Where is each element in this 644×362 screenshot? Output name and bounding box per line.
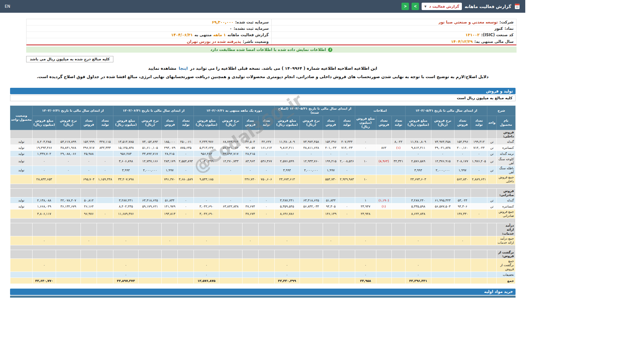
column-group-header: از ابتدای سال مالی تا تاریخ ۱۴۰۳/۰۶/۳۱ <box>33 106 113 116</box>
value-cell <box>162 278 178 284</box>
value-cell <box>81 130 97 139</box>
table-row-total: جمع برگشت از فروش۰۰۰۰۰۰ <box>10 259 516 272</box>
value-cell: ۸۷۵,۶۳۵ <box>178 145 194 151</box>
value-cell: ۷۱۴,۰۲۴ <box>471 145 487 151</box>
value-cell: ۳,۶۰۶,۸۹۸ <box>113 157 139 166</box>
value-cell: ۰ <box>56 166 81 175</box>
value-cell <box>258 272 274 278</box>
value-cell <box>471 197 487 203</box>
previous-version-link[interactable]: اینجا <box>179 66 188 71</box>
value-cell <box>454 130 471 139</box>
value-cell <box>219 223 242 236</box>
value-cell: ۱۶۱,۶۱۲ <box>258 145 274 151</box>
value-cell <box>431 259 454 272</box>
value-cell: ۰ <box>194 166 219 175</box>
value-cell <box>139 188 162 197</box>
table-row-data: کلوخه سنگ آهنتن۱,۹۷۶,۲۰۵۲۰۸,۱۷۷۱۲,۳۷۶,۹۱… <box>10 157 516 166</box>
previous-report-button[interactable]: < <box>401 3 409 10</box>
product-status-cell: تولید <box>10 145 33 151</box>
language-switch-en[interactable]: EN <box>5 4 10 9</box>
unit-cell <box>487 188 496 197</box>
unit-cell <box>487 278 496 284</box>
value-cell <box>242 223 258 236</box>
value-cell <box>219 278 242 284</box>
column-subheader: تعداد تولید <box>97 116 113 130</box>
value-cell: ۱,۹۹۷ <box>454 166 471 175</box>
value-cell <box>97 236 113 245</box>
page-title: گزارش فعالیت ماهانه <box>465 4 511 9</box>
value-cell: ۳۲,۵۰۴ <box>242 139 258 145</box>
report-type-dropdown[interactable]: گزارش فعالیت د ▼ <box>422 3 462 10</box>
value-cell: ۶۱,۹۹۵,۳۲۳ <box>431 197 454 203</box>
value-cell <box>258 259 274 272</box>
value-cell <box>300 188 323 197</box>
value-cell: ۴۸,۸۱۱,۶۲۸ <box>300 145 323 151</box>
value-cell: ۱۲,۲۷۰,۷۳۳ <box>219 157 242 166</box>
value-cell <box>33 188 56 197</box>
value-cell <box>391 209 405 219</box>
value-cell: ۰ <box>454 151 471 157</box>
value-cell: ۵۳,۰۲۴ <box>454 197 471 203</box>
value-cell: ۲۰۱,۰۲۲ <box>323 145 339 151</box>
value-cell <box>139 175 162 184</box>
company-row: شرکت: توسعه معدني و صنعتي صبا نور <box>271 19 516 25</box>
value-cell: ۰ <box>405 151 431 157</box>
value-cell: ۰ <box>33 236 56 245</box>
value-cell: ۸,۴۰۲,۲۳۵ <box>113 203 139 209</box>
value-cell: ۰ <box>339 203 355 209</box>
value-cell: ۱۹,۲۹۳,۴۶۶ <box>33 145 56 151</box>
value-cell <box>391 203 405 209</box>
value-cell: ۵۳,۶۱۷,۸۹۹ <box>56 139 81 145</box>
product-name-cell: جمع درآمد ارائه خدمات <box>496 236 515 245</box>
value-cell: ۹۴,۳۰۶ <box>454 203 471 209</box>
value-cell <box>471 272 487 278</box>
value-cell: ۴۲,۰۷۸,۴۰۷ <box>56 197 81 203</box>
table-row-data: کنسانترهتن۹۴,۳۰۶۵۶,۵۷۷,۵۰۳۵,۳۳۵,۵۹۸(۱)۲۳… <box>10 203 516 209</box>
column-group-header: از ابتدای سال مالی تا تاریخ ۱۴۰۴/۰۶/۳۱ <box>113 106 194 116</box>
value-cell <box>219 250 242 259</box>
value-cell: ۸۳,۹۶۴ <box>242 157 258 166</box>
product-name-cell: درآمد ارائه خدمات: <box>496 223 515 236</box>
product-status-cell: تولید <box>10 166 33 175</box>
company-label: شرکت: <box>499 20 514 24</box>
value-cell: ۶۸,۷۲۹,۲۶۴ <box>219 139 242 145</box>
value-cell: ۷۳,۹۷۴,۴۵۸ <box>300 139 323 145</box>
value-cell: ۰ <box>258 151 274 157</box>
value-cell: ۰ <box>274 272 300 278</box>
value-cell <box>300 223 323 236</box>
product-name-cell: باطله سنگ آهن <box>496 166 515 175</box>
unit-cell: تن <box>487 139 496 145</box>
value-cell <box>162 259 178 272</box>
value-cell: (۱,۱۹۰) <box>376 197 391 203</box>
column-subheader: مبلغ فروش (میلیون ریال) <box>113 116 139 130</box>
next-report-button[interactable]: > <box>412 3 419 10</box>
value-cell <box>194 188 219 197</box>
value-cell: ۱۲,۷۳۷,۱۶۶ <box>139 157 162 166</box>
value-cell <box>258 130 274 139</box>
value-cell: ۲۰۰,۱۶۰ <box>454 145 471 151</box>
value-cell <box>431 209 454 219</box>
product-status-cell <box>10 278 33 284</box>
value-cell: ۸۳۲,۳۳۳ <box>97 145 113 151</box>
unit-cell: تن <box>487 157 496 166</box>
value-cell: ۱۹۹,۲۱۵ <box>323 157 339 166</box>
value-cell <box>33 250 56 259</box>
value-cell <box>391 166 405 175</box>
value-cell <box>97 272 113 278</box>
value-cell: ۱۹۹,۴۱۲ <box>471 139 487 145</box>
value-cell <box>56 209 81 219</box>
value-cell <box>139 278 162 284</box>
product-name-cell: جمع <box>496 278 515 284</box>
value-cell <box>355 151 376 157</box>
value-cell <box>274 223 300 236</box>
value-cell <box>355 223 376 236</box>
value-cell <box>113 223 139 236</box>
column-subheader: تعداد فروش <box>323 116 339 130</box>
unit-cell <box>487 223 496 236</box>
value-cell <box>339 236 355 245</box>
value-cell: ۲۳,۹۴۷ <box>355 203 376 209</box>
value-cell <box>219 130 242 139</box>
value-cell: ۳۳,۲۰۷,۷۹۸ <box>113 175 139 184</box>
value-cell: ۳۲,۶۴۰,۷۷۰ <box>33 278 56 284</box>
value-cell: ۰ <box>405 259 431 272</box>
